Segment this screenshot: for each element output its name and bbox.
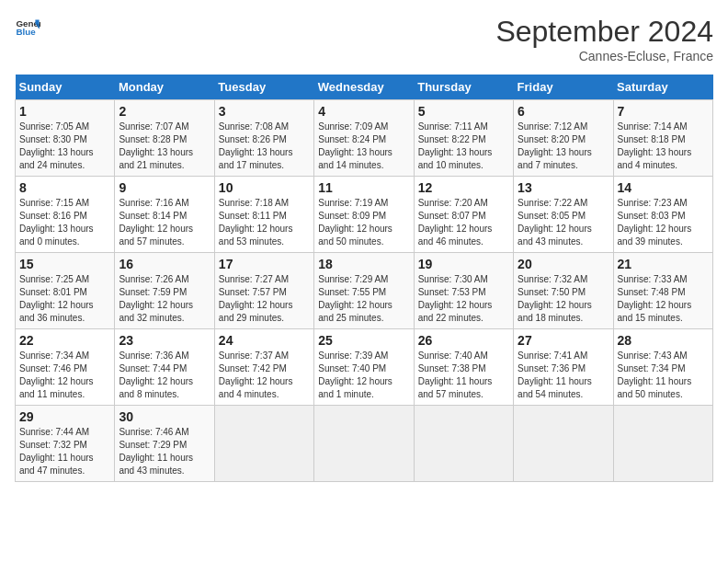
day-number: 22 — [19, 333, 110, 348]
logo: General Blue — [15, 15, 40, 40]
day-number: 12 — [418, 180, 509, 195]
day-detail: Sunrise: 7:40 AMSunset: 7:38 PMDaylight:… — [418, 350, 509, 401]
day-detail: Sunrise: 7:15 AMSunset: 8:16 PMDaylight:… — [19, 197, 110, 248]
calendar-cell: 17 Sunrise: 7:27 AMSunset: 7:57 PMDaylig… — [214, 253, 313, 329]
calendar-week-4: 22 Sunrise: 7:34 AMSunset: 7:46 PMDaylig… — [16, 329, 713, 406]
day-detail: Sunrise: 7:29 AMSunset: 7:55 PMDaylight:… — [318, 273, 409, 325]
day-detail: Sunrise: 7:46 AMSunset: 7:29 PMDaylight:… — [119, 426, 210, 477]
page-header: General Blue September 2024 Cannes-Eclus… — [15, 15, 713, 63]
day-detail: Sunrise: 7:34 AMSunset: 7:46 PMDaylight:… — [19, 350, 110, 401]
day-detail: Sunrise: 7:39 AMSunset: 7:40 PMDaylight:… — [318, 350, 409, 401]
calendar-week-1: 1 Sunrise: 7:05 AMSunset: 8:30 PMDayligh… — [16, 100, 713, 177]
day-detail: Sunrise: 7:19 AMSunset: 8:09 PMDaylight:… — [318, 197, 409, 248]
calendar-cell: 15 Sunrise: 7:25 AMSunset: 8:01 PMDaylig… — [16, 253, 115, 329]
calendar-cell: 7 Sunrise: 7:14 AMSunset: 8:18 PMDayligh… — [613, 100, 712, 177]
day-number: 6 — [518, 104, 609, 119]
day-detail: Sunrise: 7:11 AMSunset: 8:22 PMDaylight:… — [418, 121, 509, 172]
weekday-header-friday: Friday — [514, 75, 613, 100]
day-number: 4 — [318, 104, 409, 119]
day-detail: Sunrise: 7:14 AMSunset: 8:18 PMDaylight:… — [618, 121, 709, 172]
day-number: 30 — [119, 409, 210, 424]
month-title: September 2024 — [495, 15, 713, 49]
calendar-cell — [514, 406, 613, 482]
location-subtitle: Cannes-Ecluse, France — [495, 49, 713, 63]
calendar-cell: 10 Sunrise: 7:18 AMSunset: 8:11 PMDaylig… — [214, 177, 313, 253]
day-detail: Sunrise: 7:25 AMSunset: 8:01 PMDaylight:… — [19, 273, 110, 325]
day-number: 13 — [518, 180, 609, 195]
weekday-header-row: SundayMondayTuesdayWednesdayThursdayFrid… — [16, 75, 713, 100]
day-number: 9 — [119, 180, 210, 195]
calendar-cell: 9 Sunrise: 7:16 AMSunset: 8:14 PMDayligh… — [115, 177, 214, 253]
day-detail: Sunrise: 7:08 AMSunset: 8:26 PMDaylight:… — [219, 121, 310, 172]
calendar-week-5: 29 Sunrise: 7:44 AMSunset: 7:32 PMDaylig… — [16, 406, 713, 482]
day-detail: Sunrise: 7:44 AMSunset: 7:32 PMDaylight:… — [19, 426, 110, 477]
calendar-cell: 14 Sunrise: 7:23 AMSunset: 8:03 PMDaylig… — [613, 177, 712, 253]
calendar-week-2: 8 Sunrise: 7:15 AMSunset: 8:16 PMDayligh… — [16, 177, 713, 253]
calendar-cell — [414, 406, 513, 482]
day-number: 17 — [219, 257, 310, 271]
calendar-cell — [314, 406, 414, 482]
day-number: 1 — [19, 104, 110, 119]
day-number: 18 — [318, 257, 409, 271]
day-number: 20 — [518, 257, 609, 271]
day-number: 23 — [119, 333, 210, 348]
calendar-cell: 12 Sunrise: 7:20 AMSunset: 8:07 PMDaylig… — [414, 177, 513, 253]
calendar-week-3: 15 Sunrise: 7:25 AMSunset: 8:01 PMDaylig… — [16, 253, 713, 329]
day-number: 10 — [219, 180, 310, 195]
weekday-header-thursday: Thursday — [414, 75, 513, 100]
calendar-cell: 29 Sunrise: 7:44 AMSunset: 7:32 PMDaylig… — [16, 406, 115, 482]
calendar-cell: 3 Sunrise: 7:08 AMSunset: 8:26 PMDayligh… — [214, 100, 313, 177]
day-number: 7 — [618, 104, 709, 119]
calendar-cell: 13 Sunrise: 7:22 AMSunset: 8:05 PMDaylig… — [514, 177, 613, 253]
day-number: 11 — [318, 180, 409, 195]
day-detail: Sunrise: 7:43 AMSunset: 7:34 PMDaylight:… — [618, 350, 709, 401]
day-number: 25 — [318, 333, 409, 348]
day-number: 28 — [618, 333, 709, 348]
day-detail: Sunrise: 7:37 AMSunset: 7:42 PMDaylight:… — [219, 350, 310, 401]
calendar-cell — [613, 406, 712, 482]
day-number: 15 — [19, 257, 110, 271]
calendar-cell: 5 Sunrise: 7:11 AMSunset: 8:22 PMDayligh… — [414, 100, 513, 177]
day-detail: Sunrise: 7:36 AMSunset: 7:44 PMDaylight:… — [119, 350, 210, 401]
calendar-cell: 30 Sunrise: 7:46 AMSunset: 7:29 PMDaylig… — [115, 406, 214, 482]
calendar-cell: 1 Sunrise: 7:05 AMSunset: 8:30 PMDayligh… — [16, 100, 115, 177]
day-detail: Sunrise: 7:09 AMSunset: 8:24 PMDaylight:… — [318, 121, 409, 172]
calendar-cell: 23 Sunrise: 7:36 AMSunset: 7:44 PMDaylig… — [115, 329, 214, 406]
day-detail: Sunrise: 7:05 AMSunset: 8:30 PMDaylight:… — [19, 121, 110, 172]
day-number: 5 — [418, 104, 509, 119]
calendar-cell: 11 Sunrise: 7:19 AMSunset: 8:09 PMDaylig… — [314, 177, 414, 253]
calendar-cell: 28 Sunrise: 7:43 AMSunset: 7:34 PMDaylig… — [613, 329, 712, 406]
calendar-cell: 2 Sunrise: 7:07 AMSunset: 8:28 PMDayligh… — [115, 100, 214, 177]
day-number: 8 — [19, 180, 110, 195]
day-detail: Sunrise: 7:30 AMSunset: 7:53 PMDaylight:… — [418, 273, 509, 325]
day-number: 19 — [418, 257, 509, 271]
day-number: 26 — [418, 333, 509, 348]
day-detail: Sunrise: 7:20 AMSunset: 8:07 PMDaylight:… — [418, 197, 509, 248]
day-detail: Sunrise: 7:18 AMSunset: 8:11 PMDaylight:… — [219, 197, 310, 248]
day-number: 24 — [219, 333, 310, 348]
calendar-cell: 21 Sunrise: 7:33 AMSunset: 7:48 PMDaylig… — [613, 253, 712, 329]
calendar-cell: 19 Sunrise: 7:30 AMSunset: 7:53 PMDaylig… — [414, 253, 513, 329]
day-number: 16 — [119, 257, 210, 271]
calendar-cell: 4 Sunrise: 7:09 AMSunset: 8:24 PMDayligh… — [314, 100, 414, 177]
calendar-cell: 8 Sunrise: 7:15 AMSunset: 8:16 PMDayligh… — [16, 177, 115, 253]
title-block: September 2024 Cannes-Ecluse, France — [495, 15, 713, 63]
day-number: 2 — [119, 104, 210, 119]
calendar-cell — [214, 406, 313, 482]
weekday-header-sunday: Sunday — [16, 75, 115, 100]
svg-text:Blue: Blue — [16, 27, 36, 37]
day-number: 14 — [618, 180, 709, 195]
day-detail: Sunrise: 7:27 AMSunset: 7:57 PMDaylight:… — [219, 273, 310, 325]
day-detail: Sunrise: 7:16 AMSunset: 8:14 PMDaylight:… — [119, 197, 210, 248]
logo-icon: General Blue — [15, 15, 40, 40]
calendar-cell: 6 Sunrise: 7:12 AMSunset: 8:20 PMDayligh… — [514, 100, 613, 177]
day-number: 21 — [618, 257, 709, 271]
day-number: 29 — [19, 409, 110, 424]
calendar-cell: 16 Sunrise: 7:26 AMSunset: 7:59 PMDaylig… — [115, 253, 214, 329]
calendar-cell: 22 Sunrise: 7:34 AMSunset: 7:46 PMDaylig… — [16, 329, 115, 406]
calendar-cell: 18 Sunrise: 7:29 AMSunset: 7:55 PMDaylig… — [314, 253, 414, 329]
day-detail: Sunrise: 7:07 AMSunset: 8:28 PMDaylight:… — [119, 121, 210, 172]
weekday-header-saturday: Saturday — [613, 75, 712, 100]
calendar-cell: 27 Sunrise: 7:41 AMSunset: 7:36 PMDaylig… — [514, 329, 613, 406]
weekday-header-monday: Monday — [115, 75, 214, 100]
